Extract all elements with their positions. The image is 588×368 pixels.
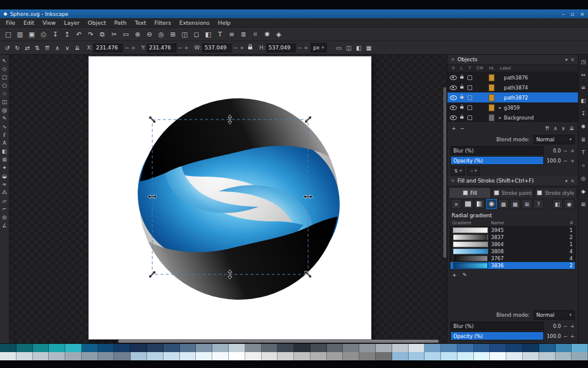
remove-object-button[interactable]: −	[460, 125, 465, 131]
bucket-tool-icon[interactable]: ◒	[1, 172, 8, 180]
swatches-dialog-icon[interactable]: ⊞	[580, 201, 587, 208]
highlight-color-chip[interactable]	[489, 104, 495, 111]
palette-swatch[interactable]	[294, 352, 310, 360]
pattern-button[interactable]: ▦	[498, 199, 509, 209]
text-dialog-icon[interactable]: T	[215, 29, 225, 39]
new-document-icon[interactable]: □	[3, 29, 14, 39]
visibility-eye-icon[interactable]	[450, 75, 457, 80]
palette-swatch[interactable]	[556, 344, 572, 352]
object-row[interactable]: path3874	[447, 82, 578, 92]
node-tool-icon[interactable]: ◇	[1, 65, 8, 72]
opacity-decrement-button[interactable]: −	[563, 158, 568, 164]
palette-swatch[interactable]	[359, 344, 376, 352]
gradient-row[interactable]: 3864 1	[450, 241, 575, 248]
palette-swatch[interactable]	[278, 352, 294, 360]
xml-editor-icon[interactable]: ⌗	[250, 29, 260, 39]
highlight-color-chip[interactable]	[489, 94, 495, 101]
palette-swatch[interactable]	[343, 352, 359, 360]
eraser-tool-icon[interactable]: ▱	[1, 197, 8, 204]
blend-mode-dropdown[interactable]: Normal ▾	[533, 135, 574, 144]
palette-swatch[interactable]	[506, 344, 523, 352]
palette-swatch[interactable]	[131, 344, 147, 352]
align-dialog-icon[interactable]: ≡	[226, 29, 237, 39]
menu-item[interactable]: File	[2, 18, 19, 27]
palette-swatch[interactable]	[49, 352, 65, 360]
menu-item[interactable]: Help	[213, 18, 235, 27]
palette-swatch[interactable]	[147, 344, 163, 352]
text-font-dialog-icon[interactable]: T	[580, 149, 587, 156]
gradient-row[interactable]: 3837 2	[450, 234, 575, 241]
canvas-horizontal-scrollbar[interactable]	[118, 340, 439, 343]
maximize-button[interactable]: ▫	[570, 11, 574, 17]
objects-dialog-icon[interactable]: ◳	[580, 58, 587, 65]
palette-swatch[interactable]	[523, 352, 539, 360]
import-icon[interactable]: ↧	[50, 29, 61, 39]
opacity-decrement-button[interactable]: −	[563, 333, 568, 339]
object-row[interactable]: ▸ Background	[447, 112, 578, 122]
raise-button[interactable]: ∧	[553, 125, 557, 131]
palette-swatch[interactable]	[245, 344, 262, 352]
palette-swatch[interactable]	[457, 344, 474, 352]
height-input[interactable]: 537.049	[266, 44, 296, 52]
spray-tool-icon[interactable]: ⁂	[1, 188, 8, 196]
sphere-logo-drawing[interactable]	[89, 57, 371, 339]
palette-swatch[interactable]	[0, 352, 16, 360]
lock-ratio-icon[interactable]	[248, 47, 252, 49]
lower-button[interactable]: ∨	[562, 125, 566, 131]
panel-collapse-icon[interactable]: ▾	[565, 57, 567, 62]
calligraphy-tool-icon[interactable]: ℓ	[1, 131, 8, 138]
palette-swatch[interactable]	[409, 344, 425, 352]
palette-swatch[interactable]	[490, 352, 506, 360]
width-decrement-button[interactable]: −	[233, 45, 238, 51]
palette-swatch[interactable]	[474, 352, 490, 360]
lock-icon[interactable]	[460, 97, 463, 99]
text-tool-icon[interactable]: A	[1, 139, 8, 147]
preferences-icon[interactable]: ✱	[262, 29, 272, 39]
undo-icon[interactable]: ↶	[74, 29, 84, 39]
palette-swatch[interactable]	[392, 352, 409, 360]
object-row[interactable]: path3876	[447, 72, 578, 82]
palette-swatch[interactable]	[16, 352, 33, 360]
menu-item[interactable]: View	[38, 18, 60, 27]
lower-icon[interactable]: ∨	[63, 44, 72, 52]
mesh-tool-icon[interactable]: ⊞	[1, 155, 8, 163]
panel-grip-icon[interactable]: ≡	[451, 178, 455, 183]
highlight-color-chip[interactable]	[489, 84, 495, 91]
ellipse-tool-icon[interactable]: ○	[1, 81, 8, 89]
zoom-out-icon[interactable]: ⊖	[144, 29, 155, 39]
paste-icon[interactable]: ▭	[121, 29, 131, 39]
panel-close-icon[interactable]: ×	[570, 178, 574, 184]
palette-swatch[interactable]	[0, 344, 16, 352]
blur-increment-button[interactable]: +	[570, 323, 575, 329]
palette-swatch[interactable]	[425, 344, 441, 352]
blur-increment-button[interactable]: +	[570, 148, 575, 154]
duplicate-icon[interactable]: ⊞	[168, 29, 178, 39]
scale-gradient-toggle-icon[interactable]: ◧	[355, 44, 363, 52]
palette-swatch[interactable]	[572, 344, 588, 352]
palette-swatch[interactable]	[114, 352, 131, 360]
layers-dialog-icon[interactable]: ≣	[580, 136, 587, 143]
document-properties-dialog-icon[interactable]: ✱	[580, 123, 587, 130]
object-row[interactable]: ▸ g3859	[447, 102, 578, 112]
width-input[interactable]: 537.049	[202, 44, 232, 52]
expander-icon[interactable]: ▸	[497, 105, 503, 110]
cut-icon[interactable]: ✂	[109, 29, 119, 39]
fill-stroke-dialog-icon[interactable]: ◧	[580, 97, 587, 104]
lock-icon[interactable]	[460, 87, 463, 89]
highlight-color-chip[interactable]	[489, 74, 495, 81]
palette-swatch[interactable]	[294, 344, 310, 352]
blur-slider[interactable]: Blur (%)	[450, 146, 544, 155]
palette-swatch[interactable]	[229, 344, 245, 352]
scale-pattern-toggle-icon[interactable]: ▦	[365, 44, 373, 52]
visibility-eye-icon[interactable]	[450, 105, 457, 110]
x-increment-button[interactable]: +	[131, 45, 136, 51]
palette-swatch[interactable]	[65, 352, 82, 360]
star-tool-icon[interactable]: ☆	[1, 89, 8, 97]
palette-swatch[interactable]	[82, 352, 98, 360]
highlight-combo[interactable]: – ▾	[467, 167, 480, 175]
palette-swatch[interactable]	[98, 344, 115, 352]
gradient-tool-icon[interactable]: ◧	[1, 147, 8, 155]
linear-gradient-button[interactable]	[475, 199, 485, 209]
raise-to-top-button[interactable]: ⇈	[545, 125, 550, 131]
expander-icon[interactable]: ▸	[497, 115, 503, 120]
